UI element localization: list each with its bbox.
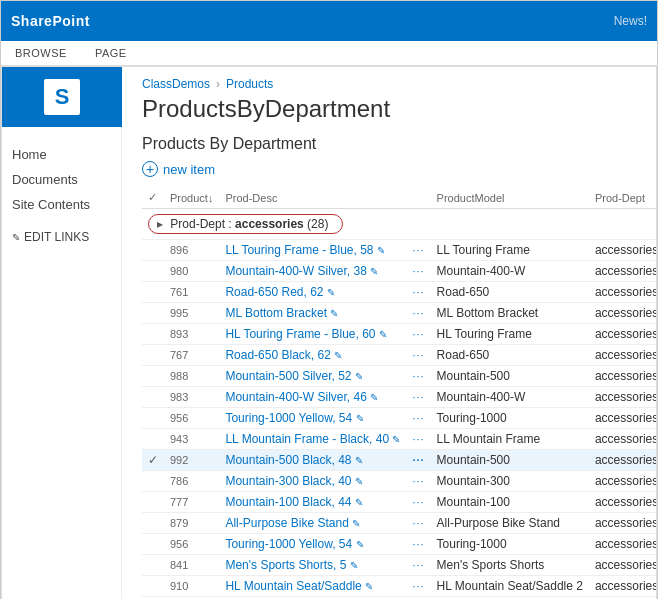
edit-icon[interactable]: ✎ (327, 287, 335, 298)
plus-icon: + (142, 161, 158, 177)
col-dept-header[interactable]: Prod-Dept (589, 187, 656, 209)
ellipsis-menu[interactable]: ··· (412, 580, 424, 592)
top-bar: SharePoint News! (1, 1, 657, 41)
row-dept: accessories (589, 555, 656, 576)
table-row: 786 Mountain-300 Black, 40 ✎ ··· Mountai… (142, 471, 656, 492)
edit-icon[interactable]: ✎ (370, 392, 378, 403)
edit-icon[interactable]: ✎ (355, 497, 363, 508)
row-product[interactable]: HL Touring Frame - Blue, 60 ✎ (219, 324, 406, 345)
edit-icon[interactable]: ✎ (330, 308, 338, 319)
ribbon-browse[interactable]: BROWSE (11, 45, 71, 61)
row-product[interactable]: ML Bottom Bracket ✎ (219, 303, 406, 324)
row-id: 893 (164, 324, 219, 345)
col-actions-header (406, 187, 430, 209)
ellipsis-menu[interactable]: ··· (412, 433, 424, 445)
ellipsis-menu[interactable]: ··· (412, 391, 424, 403)
row-id: 777 (164, 492, 219, 513)
row-id: 767 (164, 345, 219, 366)
edit-icon[interactable]: ✎ (365, 581, 373, 592)
edit-icon[interactable]: ✎ (356, 413, 364, 424)
row-id: 943 (164, 429, 219, 450)
ellipsis-menu[interactable]: ··· (412, 454, 424, 466)
edit-icon[interactable]: ✎ (350, 560, 358, 571)
edit-icon[interactable]: ✎ (355, 476, 363, 487)
ellipsis-menu[interactable]: ··· (412, 286, 424, 298)
breadcrumb-parent[interactable]: ClassDemos (142, 77, 210, 91)
row-product[interactable]: Mountain-400-W Silver, 46 ✎ (219, 387, 406, 408)
edit-icon[interactable]: ✎ (379, 329, 387, 340)
table-header-row: ✓ Product↓ Prod-Desc ProductModel Prod-D… (142, 187, 656, 209)
row-product[interactable]: Mountain-300 Black, 40 ✎ (219, 471, 406, 492)
row-product[interactable]: All-Purpose Bike Stand ✎ (219, 513, 406, 534)
row-product[interactable]: Mountain-400-W Silver, 38 ✎ (219, 261, 406, 282)
ellipsis-menu[interactable]: ··· (412, 475, 424, 487)
ellipsis-menu[interactable]: ··· (412, 517, 424, 529)
edit-icon[interactable]: ✎ (356, 539, 364, 550)
row-product[interactable]: Road-650 Red, 62 ✎ (219, 282, 406, 303)
ellipsis-menu[interactable]: ··· (412, 370, 424, 382)
row-product[interactable]: Men's Sports Shorts, 5 ✎ (219, 555, 406, 576)
edit-icon[interactable]: ✎ (352, 518, 360, 529)
edit-icon[interactable]: ✎ (334, 350, 342, 361)
row-id: 980 (164, 261, 219, 282)
row-model: Mountain-300 (431, 471, 589, 492)
table-row: 988 Mountain-500 Silver, 52 ✎ ··· Mounta… (142, 366, 656, 387)
ellipsis-menu[interactable]: ··· (412, 328, 424, 340)
row-product[interactable]: Mountain-500 Silver, 52 ✎ (219, 366, 406, 387)
ellipsis-menu[interactable]: ··· (412, 307, 424, 319)
row-product[interactable]: LL Mountain Frame - Black, 40 ✎ (219, 429, 406, 450)
row-id: 956 (164, 408, 219, 429)
col-product-header[interactable]: Product↓ (164, 187, 219, 209)
row-check (142, 240, 164, 261)
ellipsis-menu[interactable]: ··· (412, 538, 424, 550)
row-product[interactable]: Mountain-100 Black, 44 ✎ (219, 492, 406, 513)
row-model: Mountain-100 (431, 492, 589, 513)
row-model: Road-650 (431, 282, 589, 303)
row-dept: accessories (589, 576, 656, 597)
table-row: 943 LL Mountain Frame - Black, 40 ✎ ··· … (142, 429, 656, 450)
row-id: 786 (164, 471, 219, 492)
nav-home[interactable]: Home (12, 142, 111, 167)
row-model: Road-650 (431, 345, 589, 366)
row-product[interactable]: Touring-1000 Yellow, 54 ✎ (219, 534, 406, 555)
nav-documents[interactable]: Documents (12, 167, 111, 192)
row-dept: accessories (589, 261, 656, 282)
row-product[interactable]: Road-650 Black, 62 ✎ (219, 345, 406, 366)
col-model-header[interactable]: ProductModel (431, 187, 589, 209)
new-item-button[interactable]: + new item (142, 161, 636, 177)
group-label-accessories[interactable]: ▸ Prod-Dept : accessories (28) (148, 214, 343, 234)
edit-links[interactable]: ✎ EDIT LINKS (2, 222, 121, 252)
row-model: Mountain-500 (431, 366, 589, 387)
row-product[interactable]: LL Touring Frame - Blue, 58 ✎ (219, 240, 406, 261)
page-title: ProductsByDepartment (142, 95, 636, 123)
ellipsis-menu[interactable]: ··· (412, 412, 424, 424)
edit-icon[interactable]: ✎ (377, 245, 385, 256)
edit-icon[interactable]: ✎ (370, 266, 378, 277)
main-layout: S Home Documents Site Contents ✎ EDIT LI… (1, 66, 657, 599)
edit-icon[interactable]: ✎ (355, 371, 363, 382)
ellipsis-menu[interactable]: ··· (412, 496, 424, 508)
col-desc-header[interactable]: Prod-Desc (219, 187, 406, 209)
row-id: 896 (164, 240, 219, 261)
ellipsis-menu[interactable]: ··· (412, 349, 424, 361)
row-product[interactable]: HL Mountain Seat/Saddle ✎ (219, 576, 406, 597)
content-area: ClassDemos › Products ProductsByDepartme… (122, 67, 656, 599)
ribbon-page[interactable]: PAGE (91, 45, 131, 61)
row-product[interactable]: Touring-1000 Yellow, 54 ✎ (219, 408, 406, 429)
group-toggle-icon: ▸ (157, 217, 163, 231)
left-panel: S Home Documents Site Contents ✎ EDIT LI… (2, 67, 122, 599)
edit-icon[interactable]: ✎ (355, 455, 363, 466)
row-product[interactable]: Mountain-500 Black, 48 ✎ (219, 450, 406, 471)
table-row: 980 Mountain-400-W Silver, 38 ✎ ··· Moun… (142, 261, 656, 282)
nav-site-contents[interactable]: Site Contents (12, 192, 111, 217)
edit-icon[interactable]: ✎ (392, 434, 400, 445)
row-id: 841 (164, 555, 219, 576)
table-row: 910 HL Mountain Seat/Saddle ✎ ··· HL Mou… (142, 576, 656, 597)
ellipsis-menu[interactable]: ··· (412, 559, 424, 571)
row-model: Mountain-400-W (431, 387, 589, 408)
breadcrumb: ClassDemos › Products (142, 77, 636, 91)
row-model: Mountain-500 (431, 450, 589, 471)
data-table: ✓ Product↓ Prod-Desc ProductModel Prod-D… (142, 187, 656, 597)
ellipsis-menu[interactable]: ··· (412, 244, 424, 256)
ellipsis-menu[interactable]: ··· (412, 265, 424, 277)
